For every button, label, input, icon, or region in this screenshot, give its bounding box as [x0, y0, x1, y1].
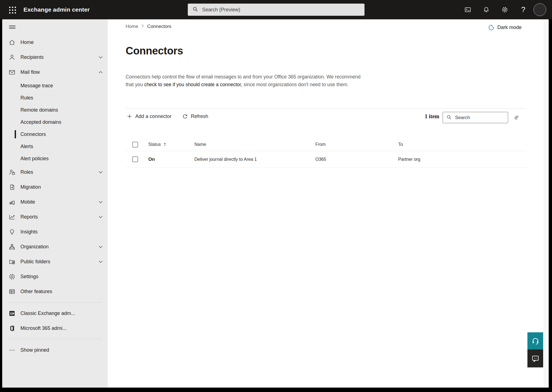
sidebar-item-home[interactable]: Home: [2, 35, 108, 50]
sidebar-item-mail-flow[interactable]: Mail flow: [2, 65, 108, 80]
connector-status: On: [148, 157, 194, 162]
migration-icon: [8, 183, 15, 191]
main-content: Home Connectors Dark mode Connectors Con…: [108, 19, 544, 388]
chevron-down-icon: [99, 246, 103, 248]
sidebar-item-mobile[interactable]: Mobile: [2, 194, 108, 209]
add-connector-button[interactable]: Add a connector: [125, 112, 173, 120]
app-launcher-button[interactable]: [8, 5, 17, 15]
organization-icon: [8, 243, 15, 250]
connectors-table: Status ↑ Name From To On Deliver journal…: [126, 138, 526, 168]
mail-flow-icon: [8, 69, 15, 76]
row-checkbox[interactable]: [132, 156, 138, 162]
sidebar-item-recipients[interactable]: Recipients: [2, 50, 108, 65]
exchange-admin-window: Exchange admin center: [0, 0, 552, 392]
cloud-shell-button[interactable]: [463, 5, 473, 15]
sidebar-item-message-trace[interactable]: Message trace: [2, 80, 108, 92]
classic-exchange-icon: E: [8, 310, 15, 317]
sidebar-item-migration[interactable]: Migration: [2, 180, 108, 194]
create-connector-link[interactable]: check to see if you should create a conn…: [144, 82, 242, 87]
list-search-input[interactable]: [455, 115, 508, 121]
connector-name[interactable]: Deliver journal directly to Area 1: [194, 157, 315, 162]
reports-icon: [8, 213, 15, 220]
app-title: Exchange admin center: [23, 6, 90, 13]
sidebar-nav: Home Recipients Mail flow Message trace …: [2, 19, 108, 388]
gear-icon: [8, 273, 15, 280]
connector-to: Partner org: [398, 157, 526, 162]
sidebar-item-insights[interactable]: Insights: [2, 224, 108, 239]
sidebar-item-connectors[interactable]: Connectors: [2, 128, 108, 140]
support-button[interactable]: [527, 332, 543, 349]
sidebar-item-organization[interactable]: Organization: [2, 239, 108, 254]
sidebar-item-rules[interactable]: Rules: [2, 92, 108, 104]
page-title: Connectors: [126, 45, 183, 57]
sidebar-item-settings[interactable]: Settings: [2, 269, 108, 284]
breadcrumb-home-link[interactable]: Home: [126, 24, 138, 29]
refresh-button[interactable]: Refresh: [180, 112, 210, 120]
item-count: 1 item: [425, 113, 439, 120]
sidebar-item-reports[interactable]: Reports: [2, 209, 108, 224]
filter-icon: [513, 114, 520, 121]
filter-button[interactable]: [511, 113, 521, 122]
settings-button[interactable]: [500, 5, 510, 15]
column-header-from[interactable]: From: [315, 142, 398, 147]
table-row[interactable]: On Deliver journal directly to Area 1 O3…: [126, 151, 526, 168]
headset-icon: [531, 337, 540, 345]
breadcrumb-current: Connectors: [147, 24, 171, 29]
insights-icon: [8, 228, 15, 235]
dark-mode-toggle[interactable]: Dark mode: [487, 24, 523, 31]
description-post: since most organizations don't need to u…: [242, 82, 348, 87]
chevron-down-icon: [99, 261, 103, 263]
sort-ascending-icon: ↑: [163, 142, 167, 147]
sidebar-item-show-pinned[interactable]: Show pinned: [2, 343, 108, 357]
list-search[interactable]: [443, 112, 508, 123]
sidebar-item-roles[interactable]: Roles: [2, 165, 108, 180]
sidebar-divider: [8, 302, 102, 302]
chevron-down-icon: [99, 216, 103, 218]
feedback-button[interactable]: [527, 349, 543, 367]
column-header-status[interactable]: Status ↑: [148, 142, 194, 147]
feedback-bubble-icon: [531, 354, 540, 363]
topbar-search-input[interactable]: [202, 7, 365, 13]
sidebar-item-public-folders[interactable]: Public folders: [2, 254, 108, 269]
select-all-checkbox[interactable]: [132, 142, 138, 148]
microsoft-365-icon: [8, 325, 15, 332]
sidebar-item-microsoft-365-admin[interactable]: Microsoft 365 admi...: [2, 321, 108, 336]
chevron-down-icon: [99, 201, 103, 203]
topbar: Exchange admin center: [0, 0, 552, 19]
cloud-shell-icon: [464, 6, 471, 13]
sidebar-item-classic-exchange-admin[interactable]: E Classic Exchange adm...: [2, 306, 108, 321]
sidebar-item-alert-policies[interactable]: Alert policies: [2, 152, 108, 165]
hamburger-icon: [8, 23, 16, 31]
ellipsis-icon: [8, 346, 15, 354]
search-icon: [446, 114, 452, 121]
chevron-down-icon: [99, 56, 103, 59]
home-icon: [8, 39, 15, 46]
table-header-row: Status ↑ Name From To: [126, 138, 526, 151]
breadcrumb: Home Connectors: [126, 24, 171, 29]
bell-icon: [483, 6, 490, 13]
toolbar-divider: [126, 108, 526, 109]
topbar-search[interactable]: [188, 4, 365, 16]
sidebar-item-alerts[interactable]: Alerts: [2, 140, 108, 152]
search-icon: [192, 6, 198, 13]
column-header-name[interactable]: Name: [194, 142, 315, 147]
help-button[interactable]: ?: [518, 5, 528, 15]
connector-from: O365: [315, 157, 398, 162]
roles-icon: [8, 169, 15, 176]
refresh-icon: [182, 113, 188, 119]
sidebar-item-other-features[interactable]: Other features: [2, 284, 108, 299]
sidebar-item-remote-domains[interactable]: Remote domains: [2, 104, 108, 116]
help-icon: ?: [521, 6, 525, 14]
svg-text:E: E: [10, 312, 12, 315]
page-description: Connectors help control the flow of emai…: [126, 73, 361, 88]
sidebar-item-accepted-domains[interactable]: Accepted domains: [2, 116, 108, 128]
recipients-icon: [8, 54, 15, 61]
notifications-button[interactable]: [481, 5, 491, 15]
public-folders-icon: [8, 258, 15, 265]
column-header-to[interactable]: To: [398, 142, 526, 147]
scrollbar-track[interactable]: [544, 19, 549, 388]
dark-mode-label: Dark mode: [497, 25, 522, 30]
collapse-nav-button[interactable]: [2, 19, 108, 35]
sidebar-divider: [8, 339, 102, 339]
account-avatar[interactable]: [533, 3, 546, 16]
